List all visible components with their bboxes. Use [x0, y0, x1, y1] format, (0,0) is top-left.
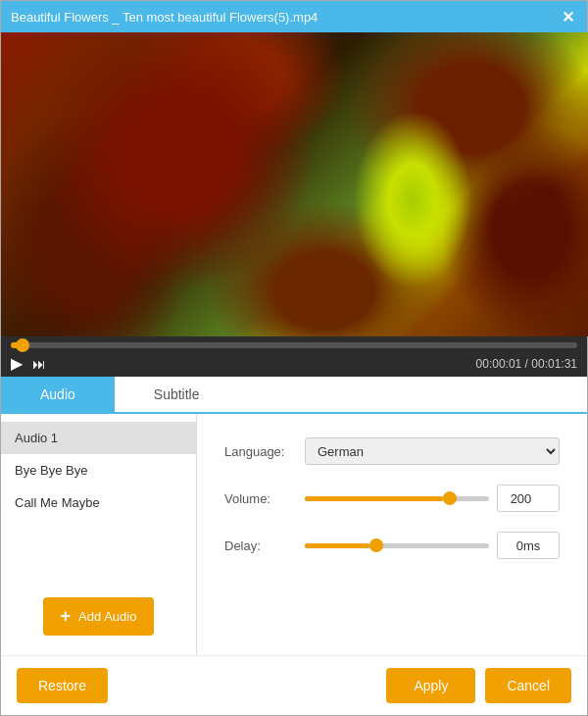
- volume-label: Volume:: [224, 491, 291, 506]
- audio-item-1[interactable]: Audio 1: [1, 422, 196, 454]
- delay-label: Delay:: [224, 538, 291, 553]
- tab-subtitle[interactable]: Subtitle: [115, 377, 239, 412]
- audio-item-2[interactable]: Bye Bye Bye: [1, 454, 196, 486]
- restore-button[interactable]: Restore: [17, 668, 108, 703]
- titlebar: Beautiful Flowers _ Ten most beautiful F…: [1, 1, 587, 32]
- plus-icon: [61, 606, 72, 627]
- add-audio-label: Add Audio: [78, 609, 136, 624]
- time-separator: /: [521, 357, 531, 371]
- volume-slider-track[interactable]: [305, 496, 489, 501]
- time-current: 00:00:01: [476, 357, 522, 371]
- language-row: Language: German English French Spanish …: [224, 437, 560, 465]
- seek-thumb[interactable]: [16, 338, 29, 352]
- audio-list: Audio 1 Bye Bye Bye Call Me Maybe: [1, 422, 196, 586]
- main-content: Audio Subtitle Audio 1 Bye Bye Bye Call …: [1, 377, 587, 655]
- tab-audio[interactable]: Audio: [1, 377, 115, 412]
- delay-slider-track[interactable]: [305, 543, 489, 548]
- play-button[interactable]: [11, 354, 23, 373]
- delay-slider-fill: [305, 543, 369, 548]
- controls-row: 00:00:01 / 00:01:31: [11, 354, 577, 373]
- window-title: Beautiful Flowers _ Ten most beautiful F…: [11, 10, 318, 25]
- time-display: 00:00:01 / 00:01:31: [476, 357, 577, 371]
- settings-panel: Language: German English French Spanish …: [197, 414, 587, 655]
- tabs-row: Audio Subtitle: [1, 377, 587, 414]
- bottom-bar: Restore Apply Cancel: [1, 655, 587, 715]
- volume-slider-fill: [305, 496, 443, 501]
- delay-row: Delay:: [224, 532, 560, 559]
- volume-slider-group: [305, 485, 560, 512]
- volume-row: Volume:: [224, 485, 560, 512]
- add-audio-button[interactable]: Add Audio: [43, 597, 155, 636]
- seek-track[interactable]: [11, 342, 577, 348]
- controls-left: [11, 354, 46, 373]
- controls-bar: 00:00:01 / 00:01:31: [1, 336, 587, 377]
- audio-list-panel: Audio 1 Bye Bye Bye Call Me Maybe Add Au…: [1, 414, 197, 655]
- content-area: Audio 1 Bye Bye Bye Call Me Maybe Add Au…: [1, 414, 587, 655]
- time-total: 00:01:31: [531, 357, 577, 371]
- cancel-button[interactable]: Cancel: [485, 668, 571, 703]
- volume-slider-thumb[interactable]: [443, 491, 457, 505]
- skip-button[interactable]: [32, 356, 46, 372]
- volume-spinner[interactable]: [497, 485, 560, 512]
- language-select[interactable]: German English French Spanish Italian Ja…: [305, 437, 560, 465]
- apply-button[interactable]: Apply: [386, 668, 475, 703]
- audio-item-3[interactable]: Call Me Maybe: [1, 486, 196, 519]
- main-window: Beautiful Flowers _ Ten most beautiful F…: [0, 0, 588, 716]
- delay-slider-group: [305, 532, 560, 559]
- bottom-right-buttons: Apply Cancel: [386, 668, 571, 703]
- language-label: Language:: [224, 444, 291, 459]
- close-button[interactable]: ✕: [558, 7, 577, 26]
- delay-slider-thumb[interactable]: [369, 538, 383, 552]
- video-preview: [1, 32, 588, 336]
- delay-spinner[interactable]: [497, 532, 560, 559]
